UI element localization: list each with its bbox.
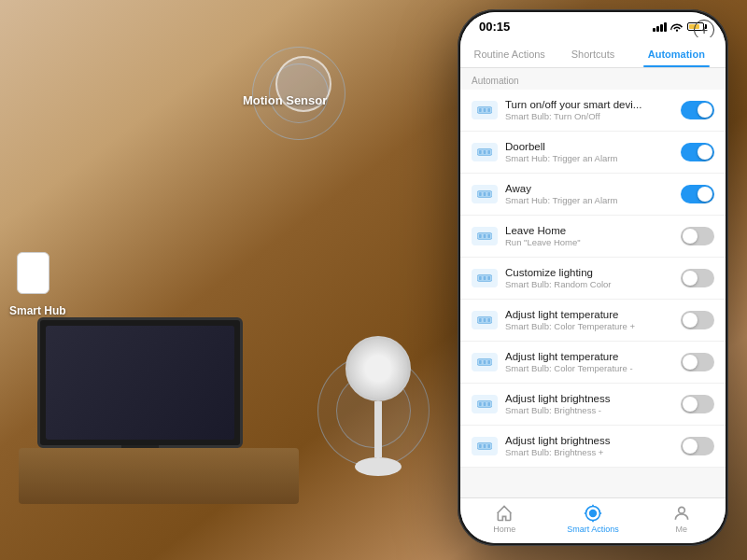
toggle-4[interactable] [681, 227, 714, 245]
fan-head [345, 336, 411, 401]
svg-rect-29 [479, 402, 482, 406]
bottom-nav-home[interactable]: Home [460, 504, 549, 534]
section-label: Automation [460, 68, 726, 90]
toggle-5[interactable] [681, 269, 714, 287]
item-subtitle-2: Smart Hub: Trigger an Alarm [505, 153, 673, 163]
toggle-knob-7 [683, 355, 698, 370]
toggle-knob-5 [683, 271, 698, 286]
svg-point-42 [678, 507, 684, 513]
smart-hub-label: Smart Hub [9, 304, 66, 317]
svg-rect-11 [487, 192, 490, 196]
item-text-4: Leave Home Run "Leave Home" [505, 225, 673, 247]
item-title-2: Doorbell [505, 141, 673, 152]
toggle-3[interactable] [681, 185, 714, 203]
smart-bulb-icon-6 [477, 315, 492, 326]
svg-rect-14 [484, 234, 486, 238]
svg-rect-13 [479, 234, 482, 238]
smart-bulb-icon-1 [477, 105, 492, 116]
item-subtitle-6: Smart Bulb: Color Temperature + [505, 321, 673, 331]
automation-items-container: Turn on/off your smart devi... Smart Bul… [460, 90, 726, 497]
toggle-knob-3 [698, 187, 712, 202]
automation-item-8: Adjust light brightness Smart Bulb: Brig… [460, 384, 726, 426]
phone-frame: 00:15 [458, 9, 728, 546]
item-title-8: Adjust light brightness [505, 393, 673, 404]
toggle-6[interactable] [681, 311, 714, 329]
smart-bulb-icon-2 [477, 147, 492, 158]
phone-content: 00:15 [460, 12, 726, 543]
item-subtitle-5: Smart Bulb: Random Color [505, 279, 673, 289]
svg-rect-25 [479, 360, 482, 364]
signal-bar-4 [664, 22, 667, 32]
automation-list: Turn on/off your smart devi... Smart Bul… [460, 90, 726, 497]
item-text-5: Customize lighting Smart Bulb: Random Co… [505, 267, 673, 289]
svg-rect-15 [487, 234, 490, 238]
svg-rect-5 [479, 150, 482, 154]
item-icon-8 [472, 395, 498, 413]
item-subtitle-9: Smart Bulb: Brightness + [505, 447, 673, 457]
status-time: 00:15 [479, 20, 510, 34]
item-text-7: Adjust light temperature Smart Bulb: Col… [505, 351, 673, 373]
item-title-6: Adjust light temperature [505, 309, 673, 320]
svg-rect-1 [479, 108, 482, 112]
item-text-9: Adjust light brightness Smart Bulb: Brig… [505, 435, 673, 457]
item-title-4: Leave Home [505, 225, 673, 236]
svg-rect-30 [484, 402, 486, 406]
nav-tabs: Routine Actions Shortcuts Automation [460, 37, 726, 68]
home-icon [495, 504, 514, 523]
home-nav-label: Home [493, 525, 515, 534]
item-text-2: Doorbell Smart Hub: Trigger an Alarm [505, 141, 673, 163]
toggle-knob-4 [683, 229, 698, 244]
item-subtitle-1: Smart Bulb: Turn On/Off [505, 111, 673, 121]
item-icon-9 [472, 437, 498, 455]
signal-bar-1 [653, 28, 655, 32]
tab-automation[interactable]: Automation [635, 43, 718, 67]
item-text-3: Away Smart Hub: Trigger an Alarm [505, 183, 673, 205]
toggle-knob-6 [683, 313, 698, 328]
tab-routine-actions[interactable]: Routine Actions [468, 43, 551, 67]
fan-stand [374, 401, 382, 457]
tv [37, 317, 243, 448]
phone-outer: 00:15 [458, 9, 728, 546]
tv-cabinet [19, 448, 299, 504]
svg-rect-35 [487, 444, 490, 448]
automation-item-4: Leave Home Run "Leave Home" [460, 216, 726, 258]
item-icon-1 [472, 101, 498, 119]
svg-rect-2 [484, 108, 486, 112]
item-subtitle-8: Smart Bulb: Brightness - [505, 405, 673, 415]
signal-bar-2 [656, 26, 659, 32]
toggle-knob-8 [683, 397, 698, 412]
bottom-nav-me[interactable]: Me [637, 504, 726, 534]
automation-item-5: Customize lighting Smart Bulb: Random Co… [460, 258, 726, 300]
svg-rect-22 [484, 318, 486, 322]
item-title-5: Customize lighting [505, 267, 673, 278]
smart-bulb-icon-7 [477, 357, 492, 368]
svg-rect-9 [479, 192, 482, 196]
item-icon-4 [472, 227, 498, 245]
svg-rect-21 [479, 318, 482, 322]
tab-shortcuts[interactable]: Shortcuts [551, 43, 634, 67]
item-title-3: Away [505, 183, 673, 194]
toggle-2[interactable] [681, 143, 714, 161]
item-text-1: Turn on/off your smart devi... Smart Bul… [505, 99, 673, 121]
automation-item-7: Adjust light temperature Smart Bulb: Col… [460, 342, 726, 384]
item-icon-5 [472, 269, 498, 287]
svg-rect-6 [484, 150, 486, 154]
item-title-1: Turn on/off your smart devi... [505, 99, 673, 110]
automation-item-9: Adjust light brightness Smart Bulb: Brig… [460, 426, 726, 468]
svg-rect-19 [487, 276, 490, 280]
toggle-9[interactable] [681, 437, 714, 455]
item-icon-2 [472, 143, 498, 161]
toggle-7[interactable] [681, 353, 714, 371]
bottom-nav-smart-actions[interactable]: Smart Actions [549, 504, 638, 534]
toggle-8[interactable] [681, 395, 714, 413]
status-bar: 00:15 [460, 12, 726, 37]
smart-bulb-icon-8 [477, 399, 492, 410]
motion-sensor-label: Motion Sensor [243, 93, 327, 107]
automation-item-3: Away Smart Hub: Trigger an Alarm [460, 174, 726, 216]
toggle-knob-1 [698, 103, 712, 118]
automation-item-1: Turn on/off your smart devi... Smart Bul… [460, 90, 726, 132]
item-icon-6 [472, 311, 498, 329]
svg-point-37 [590, 511, 597, 517]
toggle-knob-9 [683, 439, 698, 454]
toggle-1[interactable] [681, 101, 714, 119]
